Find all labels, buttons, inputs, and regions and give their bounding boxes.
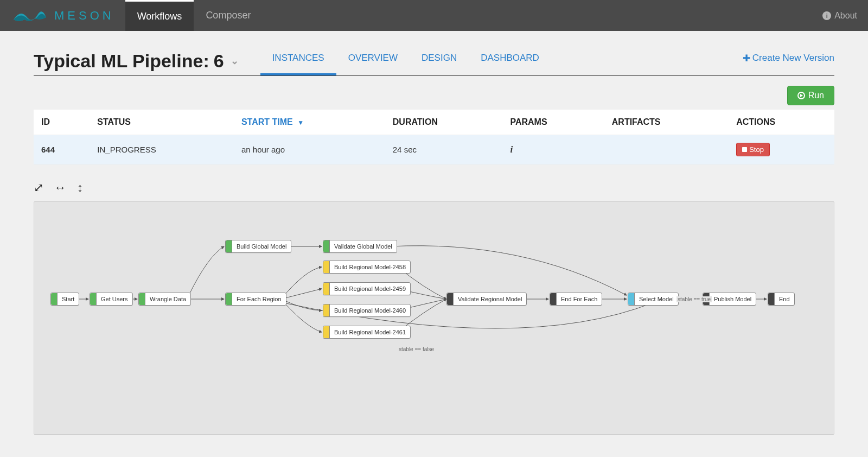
col-artifacts[interactable]: ARTIFACTS bbox=[604, 110, 729, 135]
table-row[interactable]: 644 IN_PROGRESS an hour ago 24 sec i Sto… bbox=[34, 135, 834, 164]
node-build-global-model[interactable]: Build Global Model bbox=[225, 240, 291, 253]
cell-params: i bbox=[502, 135, 604, 164]
tab-dashboard[interactable]: DASHBOARD bbox=[469, 46, 551, 75]
workflow-header: Typical ML Pipeline: 6 ⌄ INSTANCES OVERV… bbox=[34, 31, 834, 76]
node-start[interactable]: Start bbox=[50, 293, 79, 306]
node-wrangle-data[interactable]: Wrangle Data bbox=[138, 293, 191, 306]
cell-actions: Stop bbox=[729, 135, 834, 164]
svg-line-3 bbox=[281, 289, 322, 299]
nav-tab-composer[interactable]: Composer bbox=[194, 0, 263, 31]
node-build-regional-2460[interactable]: Build Regional Model-2460 bbox=[323, 304, 411, 317]
top-navbar: meson Workflows Composer i About bbox=[0, 0, 868, 31]
sort-desc-icon: ▼ bbox=[297, 119, 304, 126]
node-build-regional-2461[interactable]: Build Regional Model-2461 bbox=[323, 326, 411, 339]
cell-status: IN_PROGRESS bbox=[90, 135, 234, 164]
run-label: Run bbox=[808, 91, 824, 100]
tab-instances[interactable]: INSTANCES bbox=[260, 46, 336, 75]
workflow-version: 6 bbox=[214, 50, 224, 72]
cell-start: an hour ago bbox=[234, 135, 385, 164]
cell-duration: 24 sec bbox=[385, 135, 503, 164]
node-build-regional-2459[interactable]: Build Regional Model-2459 bbox=[323, 282, 411, 295]
tab-overview[interactable]: OVERVIEW bbox=[336, 46, 410, 75]
top-nav-tabs: Workflows Composer bbox=[125, 0, 263, 31]
stop-icon bbox=[742, 147, 747, 152]
edge-label-stable-true: stable == true bbox=[676, 296, 712, 302]
fit-screen-icon[interactable]: ⤢ bbox=[34, 181, 43, 195]
about-link[interactable]: i About bbox=[822, 11, 857, 21]
col-actions[interactable]: ACTIONS bbox=[729, 110, 834, 135]
version-dropdown-icon[interactable]: ⌄ bbox=[231, 55, 239, 67]
node-validate-global-model[interactable]: Validate Global Model bbox=[323, 240, 397, 253]
node-get-users[interactable]: Get Users bbox=[90, 293, 133, 306]
node-for-each-region[interactable]: For Each Region bbox=[225, 293, 286, 306]
nav-tab-workflows[interactable]: Workflows bbox=[125, 0, 194, 31]
logo-wave-icon bbox=[11, 8, 49, 24]
play-icon bbox=[797, 92, 805, 99]
plus-icon: ✚ bbox=[743, 53, 750, 64]
tab-design[interactable]: DESIGN bbox=[410, 46, 469, 75]
params-info-icon[interactable]: i bbox=[510, 144, 513, 155]
table-header-row: ID STATUS START TIME ▼ DURATION PARAMS A… bbox=[34, 110, 834, 135]
node-end-for-each[interactable]: End For Each bbox=[550, 293, 602, 306]
fit-vertical-icon[interactable]: ↕ bbox=[77, 181, 83, 195]
workflow-diagram-canvas[interactable]: Start Get Users Wrangle Data Build Globa… bbox=[34, 201, 834, 435]
cell-artifacts bbox=[604, 135, 729, 164]
node-select-model[interactable]: Select Model bbox=[628, 293, 679, 306]
diagram-edges bbox=[34, 202, 834, 434]
instances-table: ID STATUS START TIME ▼ DURATION PARAMS A… bbox=[34, 110, 834, 164]
stop-button[interactable]: Stop bbox=[736, 143, 770, 156]
node-build-regional-2458[interactable]: Build Regional Model-2458 bbox=[323, 261, 411, 274]
cell-id: 644 bbox=[34, 135, 90, 164]
workflow-title: Typical ML Pipeline: 6 ⌄ bbox=[34, 50, 239, 72]
col-duration[interactable]: DURATION bbox=[385, 110, 503, 135]
about-label: About bbox=[834, 11, 857, 21]
brand-logo: meson bbox=[11, 8, 114, 24]
fit-horizontal-icon[interactable]: ↔ bbox=[54, 181, 66, 195]
col-params[interactable]: PARAMS bbox=[502, 110, 604, 135]
run-button[interactable]: Run bbox=[787, 86, 834, 105]
workflow-name: Typical ML Pipeline: bbox=[34, 50, 209, 72]
node-validate-regional-model[interactable]: Validate Regional Model bbox=[446, 293, 527, 306]
info-icon: i bbox=[822, 11, 831, 20]
create-new-version-button[interactable]: ✚ Create New Version bbox=[743, 53, 834, 69]
col-status[interactable]: STATUS bbox=[90, 110, 234, 135]
node-end[interactable]: End bbox=[768, 293, 795, 306]
brand-name: meson bbox=[54, 9, 114, 23]
col-id[interactable]: ID bbox=[34, 110, 90, 135]
sub-tabs: INSTANCES OVERVIEW DESIGN DASHBOARD bbox=[260, 46, 551, 75]
diagram-toolbar: ⤢ ↔ ↕ bbox=[34, 164, 834, 201]
controls-row: Run bbox=[34, 76, 834, 110]
edge-label-stable-false: stable == false bbox=[398, 346, 435, 352]
stop-label: Stop bbox=[749, 145, 764, 154]
create-version-label: Create New Version bbox=[752, 53, 834, 64]
col-start-time[interactable]: START TIME ▼ bbox=[234, 110, 385, 135]
